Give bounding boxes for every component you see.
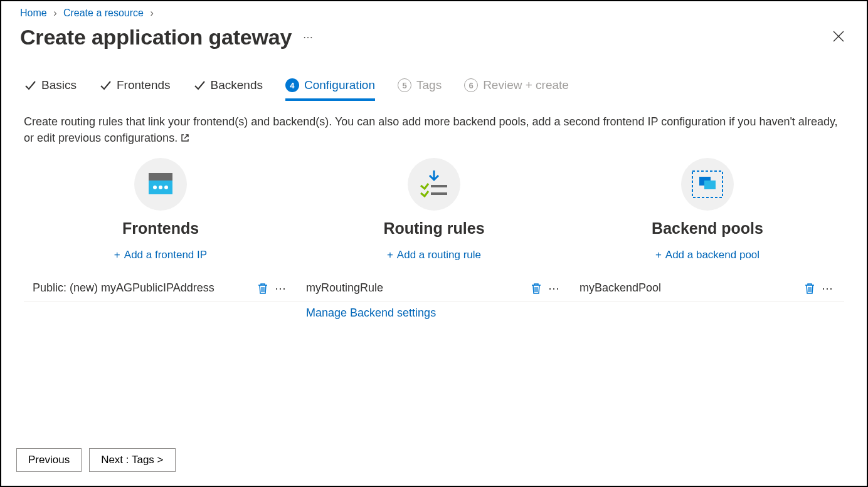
tab-backends[interactable]: Backends bbox=[193, 78, 263, 101]
svg-rect-2 bbox=[149, 173, 172, 181]
svg-point-6 bbox=[164, 186, 168, 189]
backend-item-label: myBackendPool bbox=[580, 281, 661, 295]
plus-icon: + bbox=[114, 249, 120, 261]
add-frontend-button[interactable]: + Add a frontend IP bbox=[114, 249, 207, 261]
frontend-item[interactable]: Public: (new) myAGPublicIPAddress ⋯ bbox=[24, 276, 297, 301]
previous-button[interactable]: Previous bbox=[16, 448, 82, 472]
delete-button[interactable] bbox=[804, 282, 815, 295]
chevron-right-icon: › bbox=[53, 8, 56, 18]
add-routing-button[interactable]: + Add a routing rule bbox=[387, 249, 481, 261]
tab-tags-label: Tags bbox=[416, 78, 442, 92]
tab-frontends-label: Frontends bbox=[117, 78, 171, 92]
external-link-icon[interactable] bbox=[181, 130, 189, 147]
more-icon[interactable]: ⋯ bbox=[303, 31, 314, 43]
trash-icon bbox=[257, 282, 268, 295]
more-button[interactable]: ⋯ bbox=[822, 283, 834, 294]
tab-review[interactable]: 6 Review + create bbox=[464, 78, 569, 101]
svg-rect-12 bbox=[704, 181, 716, 189]
frontends-icon bbox=[134, 158, 187, 211]
more-button[interactable]: ⋯ bbox=[548, 283, 561, 294]
trash-icon bbox=[804, 282, 815, 295]
add-routing-label: Add a routing rule bbox=[397, 249, 481, 261]
check-icon bbox=[99, 79, 112, 92]
frontends-column: Frontends + Add a frontend IP bbox=[24, 158, 297, 261]
routing-title: Routing rules bbox=[383, 219, 484, 238]
svg-point-4 bbox=[153, 186, 157, 189]
breadcrumb-create-resource[interactable]: Create a resource bbox=[63, 8, 144, 18]
plus-icon: + bbox=[655, 249, 662, 261]
routing-item[interactable]: myRoutingRule ⋯ bbox=[297, 276, 571, 301]
add-backend-button[interactable]: + Add a backend pool bbox=[655, 249, 760, 261]
page-title: Create application gateway bbox=[20, 25, 292, 50]
tab-backends-label: Backends bbox=[211, 78, 263, 92]
delete-button[interactable] bbox=[531, 282, 542, 295]
wizard-tabs: Basics Frontends Backends 4 Configuratio… bbox=[1, 65, 867, 101]
tab-basics-label: Basics bbox=[41, 78, 77, 92]
delete-button[interactable] bbox=[257, 282, 268, 295]
tab-review-label: Review + create bbox=[483, 78, 569, 92]
tab-configuration[interactable]: 4 Configuration bbox=[285, 78, 375, 101]
close-icon bbox=[833, 31, 844, 42]
trash-icon bbox=[531, 282, 542, 295]
check-icon bbox=[193, 79, 206, 92]
breadcrumb-home[interactable]: Home bbox=[20, 8, 47, 18]
tab-frontends[interactable]: Frontends bbox=[99, 78, 171, 101]
plus-icon: + bbox=[387, 249, 393, 261]
backends-icon bbox=[681, 158, 734, 211]
tab-tags[interactable]: 5 Tags bbox=[398, 78, 442, 101]
breadcrumb: Home › Create a resource › bbox=[1, 1, 867, 20]
routing-column: Routing rules + Add a routing rule bbox=[297, 158, 571, 261]
frontends-title: Frontends bbox=[122, 219, 199, 238]
step-number-icon: 6 bbox=[464, 78, 478, 92]
backends-title: Backend pools bbox=[652, 219, 763, 238]
step-number-icon: 5 bbox=[398, 78, 411, 92]
check-icon bbox=[24, 79, 36, 92]
description-text: Create routing rules that link your fron… bbox=[24, 115, 838, 144]
frontend-item-label: Public: (new) myAGPublicIPAddress bbox=[33, 281, 214, 295]
more-button[interactable]: ⋯ bbox=[275, 283, 287, 294]
backend-item[interactable]: myBackendPool ⋯ bbox=[571, 276, 844, 301]
add-backend-label: Add a backend pool bbox=[665, 249, 760, 261]
close-button[interactable] bbox=[829, 27, 848, 48]
tab-basics[interactable]: Basics bbox=[24, 78, 77, 101]
step-number-icon: 4 bbox=[285, 78, 299, 92]
tab-configuration-label: Configuration bbox=[304, 78, 375, 92]
chevron-right-icon: › bbox=[150, 8, 153, 18]
description: Create routing rules that link your fron… bbox=[1, 101, 867, 153]
backends-column: Backend pools + Add a backend pool bbox=[571, 158, 844, 261]
manage-backend-settings[interactable]: Manage Backend settings bbox=[306, 301, 571, 320]
svg-point-5 bbox=[159, 186, 162, 189]
next-button[interactable]: Next : Tags > bbox=[89, 448, 175, 472]
routing-icon bbox=[408, 158, 460, 211]
add-frontend-label: Add a frontend IP bbox=[124, 249, 207, 261]
routing-item-label: myRoutingRule bbox=[306, 281, 383, 295]
